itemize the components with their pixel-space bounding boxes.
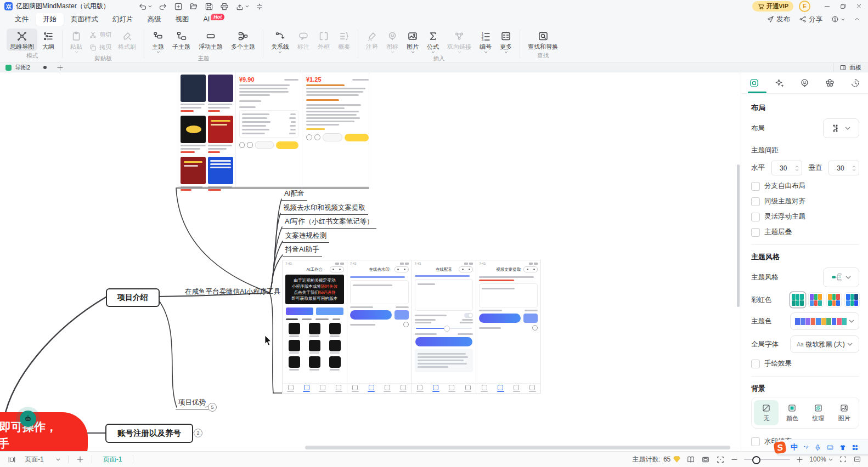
fit-to-window-button[interactable]	[716, 455, 725, 464]
callout-button[interactable]: 标注	[294, 29, 313, 51]
checkbox-hand-drawn[interactable]: 手绘效果	[751, 359, 859, 368]
ime-language-mode[interactable]: 中	[791, 442, 798, 452]
copy-button[interactable]: 拷贝	[87, 43, 113, 52]
theme-color-dropdown[interactable]	[790, 312, 859, 330]
horizontal-spacing-stepper[interactable]: 30	[771, 161, 802, 175]
outline-mode-button[interactable]: 大纲	[39, 29, 58, 51]
bidirectional-link-button[interactable]: 双向链接	[444, 29, 475, 54]
topic-project-intro[interactable]: 项目介绍	[106, 288, 160, 307]
phone-screenshots-node[interactable]: 7:43 AI工作台 由于近期相关规定变动 小程序版本或将随时失效 点击关于我们…	[283, 260, 540, 393]
zoom-in-button[interactable]	[796, 456, 803, 463]
insert-image-button[interactable]: 图片	[403, 29, 422, 54]
add-page-button[interactable]	[72, 455, 88, 463]
vip-upgrade-button[interactable]: 开通VIP	[752, 1, 793, 12]
central-topic[interactable]: 机即可操作， 手	[0, 412, 88, 452]
new-document-tab-button[interactable]	[57, 64, 64, 71]
publish-button[interactable]: 发布	[766, 15, 790, 24]
pages-view-button[interactable]	[686, 455, 695, 464]
fullscreen-button[interactable]	[839, 455, 847, 463]
user-avatar[interactable]: E	[799, 1, 810, 12]
window-close-button[interactable]	[855, 3, 863, 10]
summary-button[interactable]: 概要	[335, 29, 353, 51]
rainbow-swatch-multi-2[interactable]	[827, 293, 841, 307]
page-selector-dropdown[interactable]: 页面-1	[20, 455, 65, 464]
multiple-topics-button[interactable]: 多个主题	[228, 29, 258, 51]
save-button[interactable]	[205, 2, 213, 11]
topic-project-advantage[interactable]: 项目优势	[176, 398, 208, 409]
window-restore-button[interactable]	[839, 3, 847, 10]
checkbox-flexible-floating-topic[interactable]: 灵活浮动主题	[751, 212, 859, 221]
menu-tab-file[interactable]: 文件	[8, 13, 36, 26]
theme-style-dropdown[interactable]	[823, 267, 859, 287]
new-file-button[interactable]	[174, 2, 183, 11]
topic-sell-on-xianyu[interactable]: 在咸鱼平台卖微信AI小程序工具	[185, 287, 280, 297]
boundary-button[interactable]: 外框	[314, 29, 333, 51]
subtopic-button[interactable]: 子主题	[169, 29, 194, 51]
relationship-line-button[interactable]: 关系线	[268, 29, 292, 54]
find-replace-button[interactable]: 查找和替换	[525, 29, 561, 51]
collapse-statusbar-button[interactable]	[853, 455, 861, 463]
subtopic-watermark-removal[interactable]: 视频去水印和视频文案提取	[280, 203, 368, 215]
slide-preview-button[interactable]	[701, 455, 710, 464]
formula-button[interactable]: 公式	[424, 29, 442, 54]
checkbox-free-branch-layout[interactable]: 分支自由布局	[751, 181, 859, 191]
layout-dropdown[interactable]	[823, 118, 859, 138]
menu-tab-slides[interactable]: 幻灯片	[105, 13, 140, 26]
zoom-slider-knob[interactable]	[752, 456, 760, 464]
background-color-option[interactable]: 颜色	[780, 400, 804, 425]
subtopic-ai-writing[interactable]: AI写作（小红书文案笔记等）	[282, 217, 376, 229]
rainbow-swatch-mono[interactable]	[791, 293, 805, 307]
ime-microphone-button[interactable]	[814, 444, 821, 451]
menu-tab-view[interactable]: 视图	[168, 13, 196, 26]
mindmap-canvas[interactable]: ¥9.90 ¥1.25 AI配音 视频去水印和	[0, 72, 741, 452]
rainbow-swatch-blue[interactable]	[845, 293, 859, 307]
undo-button[interactable]	[138, 2, 152, 11]
ime-toolbox-button[interactable]	[852, 444, 859, 451]
note-button[interactable]: 注释	[363, 29, 381, 51]
export-button[interactable]	[235, 2, 249, 11]
global-font-dropdown[interactable]: Aa 微软雅黑 (大)	[790, 335, 859, 353]
zoom-out-button[interactable]	[731, 456, 738, 463]
panel-tab-ai-sparkle[interactable]	[770, 78, 788, 88]
marker-icon-button[interactable]: 图标	[383, 29, 402, 54]
paste-button[interactable]: 粘贴	[67, 29, 86, 54]
listing-screenshots-node[interactable]: ¥9.90 ¥1.25	[178, 72, 369, 186]
page-panel-toggle-button[interactable]	[3, 455, 20, 464]
panel-tab-history[interactable]	[846, 78, 865, 88]
format-painter-button[interactable]: 格式刷	[115, 29, 139, 51]
subtopic-douyin-assistant[interactable]: 抖音AI助手	[283, 245, 322, 257]
open-file-button[interactable]	[189, 2, 198, 11]
floating-topic-button[interactable]: 浮动主题	[195, 29, 226, 51]
help-button[interactable]	[831, 15, 845, 23]
vertical-scrollbar[interactable]	[737, 164, 740, 307]
ime-keyboard-button[interactable]	[826, 444, 834, 451]
horizontal-scrollbar[interactable]	[305, 446, 730, 449]
topic-account-registration[interactable]: 账号注册以及养号	[105, 424, 193, 443]
panel-toggle-button[interactable]: 面板	[833, 63, 868, 72]
panel-tab-theme[interactable]	[821, 78, 839, 88]
more-insert-button[interactable]: 更多	[497, 29, 515, 54]
menu-tab-page-style[interactable]: 页面样式	[64, 13, 105, 26]
checkbox-sibling-alignment[interactable]: 同级主题对齐	[751, 197, 859, 206]
checkbox-topic-overlap[interactable]: 主题层叠	[751, 227, 859, 237]
page-tab-active[interactable]: 页面-1	[95, 455, 130, 464]
background-image-option[interactable]: 图片	[832, 400, 856, 425]
ime-punctuation-button[interactable]	[803, 444, 809, 451]
collapse-ribbon-button[interactable]	[854, 16, 860, 22]
sogou-logo-icon[interactable]: S	[774, 441, 787, 454]
share-button[interactable]: 分享	[799, 15, 822, 24]
cut-button[interactable]: 剪切	[87, 30, 113, 39]
panel-tab-sticker[interactable]	[795, 78, 814, 88]
mindmap-mode-button[interactable]: 思维导图	[7, 29, 37, 51]
menu-tab-ai[interactable]: AIHot	[196, 14, 232, 25]
topic-button[interactable]: 主题	[149, 29, 167, 54]
print-button[interactable]	[220, 2, 229, 11]
numbering-button[interactable]: 123 编号	[476, 29, 495, 54]
vertical-spacing-stepper[interactable]: 30	[828, 161, 859, 175]
window-minimize-button[interactable]	[824, 3, 831, 10]
menu-tab-advanced[interactable]: 高级	[140, 13, 168, 26]
ime-skin-button[interactable]	[839, 444, 847, 451]
background-none-option[interactable]: 无	[754, 400, 779, 425]
customize-quick-access-button[interactable]	[256, 3, 263, 10]
zoom-level-dropdown[interactable]: 100%	[809, 455, 833, 463]
